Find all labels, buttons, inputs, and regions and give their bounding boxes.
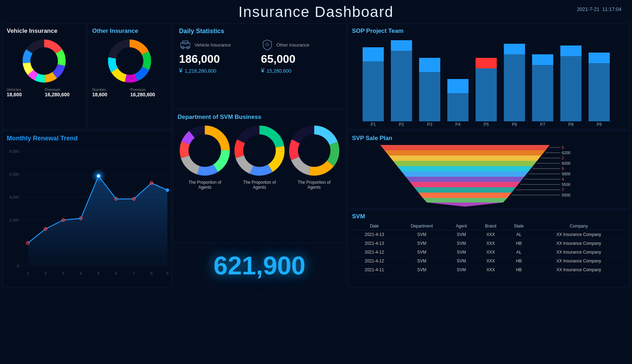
svm-dept-panel: Department of SVM Business bbox=[173, 110, 346, 243]
svg-point-55 bbox=[266, 43, 269, 46]
cell-company: XX Insurance Company bbox=[532, 248, 626, 257]
col-dept: Department bbox=[397, 222, 447, 230]
svg-text:9: 9 bbox=[562, 166, 564, 171]
other-amount: ¥ 15,280,600 bbox=[261, 67, 340, 74]
svg-text:5: 5 bbox=[562, 145, 564, 150]
cell-state: HB bbox=[505, 266, 532, 274]
svg-marker-109 bbox=[380, 145, 550, 150]
col-agent: Agent bbox=[447, 222, 476, 230]
svm-table: Date Department Agent Brand State Compan… bbox=[352, 222, 625, 274]
donut-item-1: The Proportion of Agents bbox=[178, 124, 231, 190]
svg-marker-120 bbox=[427, 202, 503, 207]
right-column: SOP Project Team P1 P2 P3 P4 bbox=[347, 24, 630, 287]
donut-label-1: The Proportion of Agents bbox=[184, 180, 226, 190]
svg-text:P2: P2 bbox=[399, 122, 404, 127]
svg-text:4,000: 4,000 bbox=[9, 195, 19, 199]
other-insurance-panel: Other Insurance Number bbox=[88, 24, 172, 129]
table-row: 2021-4-11SVMSVMXXXHBXX Insurance Company bbox=[352, 266, 625, 274]
svg-rect-103 bbox=[560, 46, 582, 56]
svg-text:2: 2 bbox=[562, 156, 564, 160]
svg-text:P8: P8 bbox=[568, 122, 574, 127]
svg-text:7: 7 bbox=[133, 271, 135, 275]
sop-panel: SOP Project Team P1 P2 P3 P4 bbox=[347, 24, 630, 129]
cell-state: AL bbox=[505, 230, 532, 239]
svg-point-80 bbox=[298, 134, 330, 167]
sop-chart: P1 P2 P3 P4 P5 P6 bbox=[352, 37, 631, 127]
cell-dept: SVM bbox=[397, 257, 447, 266]
svg-rect-93 bbox=[476, 68, 497, 121]
trend-title: Monthly Renewal Trend bbox=[7, 135, 167, 142]
cell-brand: XXX bbox=[476, 248, 506, 257]
svg-marker-115 bbox=[406, 177, 524, 182]
svg-rect-52 bbox=[183, 41, 188, 44]
daily-stats-title: Daily Statistics bbox=[179, 28, 340, 35]
col-company: Company bbox=[532, 222, 626, 230]
svg-text:3: 3 bbox=[62, 271, 64, 275]
svg-text:5000: 5000 bbox=[562, 193, 570, 197]
svg-text:7: 7 bbox=[562, 188, 564, 192]
svg-marker-110 bbox=[384, 150, 545, 156]
svg-text:P1: P1 bbox=[371, 122, 376, 127]
donut-label-2: The Proportion of Agents bbox=[238, 180, 281, 190]
svm-dept-title: Department of SVM Business bbox=[178, 114, 341, 121]
svg-text:8: 8 bbox=[150, 271, 153, 275]
svg-text:P4: P4 bbox=[455, 122, 461, 127]
daily-stats-panel: Daily Statistics Vehicle Insurance 186,0… bbox=[173, 24, 346, 108]
svg-text:5500: 5500 bbox=[562, 182, 570, 187]
cell-state: HB bbox=[505, 239, 532, 248]
svg-text:4: 4 bbox=[562, 177, 564, 181]
other-stats: Number 18,600 Premium 16,280,600 bbox=[92, 87, 167, 97]
svg-rect-99 bbox=[532, 65, 553, 121]
svg-marker-114 bbox=[401, 171, 529, 177]
vehicle-stats: Vehicles 18,600 Premium 16,280,600 bbox=[7, 87, 82, 97]
svm-table-title: SVM bbox=[352, 213, 625, 220]
svg-rect-90 bbox=[447, 93, 469, 121]
svg-point-17 bbox=[116, 48, 143, 74]
table-row: 2021-4-12SVMSVMXXXHBXX Insurance Company bbox=[352, 257, 625, 266]
dept-donut-3 bbox=[288, 124, 341, 177]
middle-column: Daily Statistics Vehicle Insurance 186,0… bbox=[173, 24, 346, 287]
svg-rect-106 bbox=[589, 53, 610, 63]
big-number: 621,900 bbox=[173, 244, 346, 287]
svg-point-9 bbox=[31, 48, 58, 74]
other-number-label: Number bbox=[92, 87, 129, 92]
svg-text:6000: 6000 bbox=[562, 161, 570, 165]
svg-rect-94 bbox=[476, 58, 497, 68]
cell-date: 2021-4-11 bbox=[352, 266, 397, 274]
svg-point-42 bbox=[97, 175, 100, 177]
svg-text:P9: P9 bbox=[597, 122, 602, 127]
svg-marker-112 bbox=[393, 161, 537, 166]
vehicle-donut-chart bbox=[21, 38, 67, 84]
cell-agent: SVM bbox=[447, 239, 476, 248]
svg-text:8,000: 8,000 bbox=[9, 149, 19, 153]
vehicle-stat-label: Vehicle Insurance bbox=[179, 38, 258, 51]
donut-label-3: The Proportion of Agents bbox=[293, 180, 335, 190]
cell-company: XX Insurance Company bbox=[532, 239, 626, 248]
donut-item-2: The Proportion of Agents bbox=[233, 124, 286, 190]
svg-marker-116 bbox=[410, 182, 520, 187]
other-premium-label: Premium bbox=[130, 87, 167, 92]
cell-date: 2021-4-13 bbox=[352, 239, 397, 248]
svg-text:4: 4 bbox=[80, 271, 82, 275]
svg-text:6,000: 6,000 bbox=[9, 172, 19, 176]
cell-date: 2021-4-12 bbox=[352, 248, 397, 257]
svg-rect-84 bbox=[391, 51, 412, 121]
svg-rect-87 bbox=[419, 72, 440, 121]
cell-brand: XXX bbox=[476, 239, 506, 248]
svg-marker-111 bbox=[389, 156, 541, 161]
vehicles-label: Vehicles bbox=[7, 87, 43, 92]
datetime: 2021-7-21 11:17:04 bbox=[577, 6, 621, 12]
other-count: 65,000 bbox=[261, 53, 340, 66]
car-icon bbox=[179, 38, 192, 51]
other-stat-label: Other Insurance bbox=[261, 38, 340, 51]
svg-text:2,000: 2,000 bbox=[9, 218, 19, 222]
header: Insurance Dashboard 2021-7-21 11:17:04 bbox=[0, 0, 632, 22]
insurance-row: Vehicle Insurance bbox=[2, 24, 172, 129]
vehicle-insurance-panel: Vehicle Insurance bbox=[2, 24, 86, 129]
shield-icon bbox=[261, 38, 274, 51]
svg-rect-85 bbox=[391, 40, 412, 51]
cell-agent: SVM bbox=[447, 230, 476, 239]
vehicle-stat-block: Vehicle Insurance 186,000 ¥ 1,216,280,60… bbox=[179, 38, 258, 74]
daily-stats-grid: Vehicle Insurance 186,000 ¥ 1,216,280,60… bbox=[179, 38, 340, 74]
svg-text:9: 9 bbox=[166, 271, 168, 275]
